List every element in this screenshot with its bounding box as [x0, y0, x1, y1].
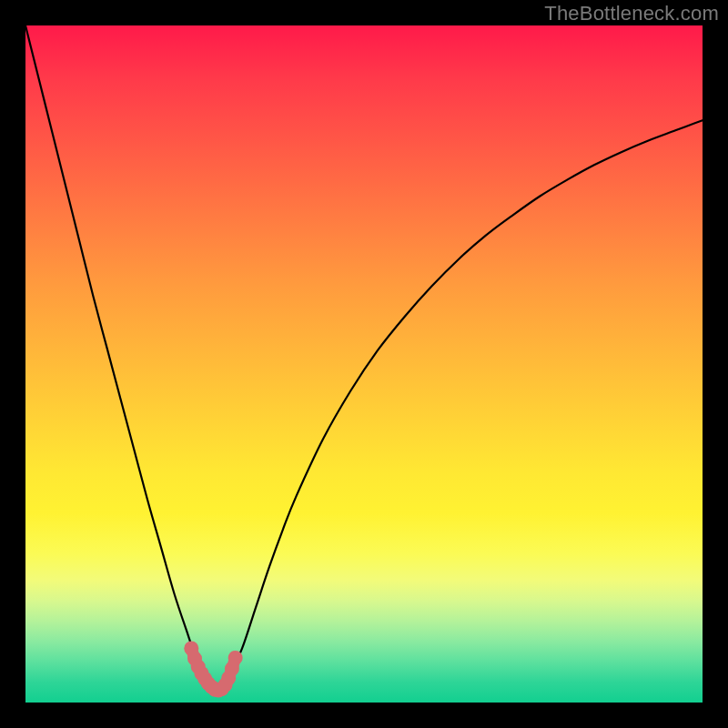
plot-area — [25, 25, 703, 703]
highlight-layer — [25, 25, 703, 703]
highlight-curve — [191, 648, 235, 690]
watermark-text: TheBottleneck.com — [544, 2, 719, 25]
chart-frame: TheBottleneck.com — [0, 0, 728, 728]
